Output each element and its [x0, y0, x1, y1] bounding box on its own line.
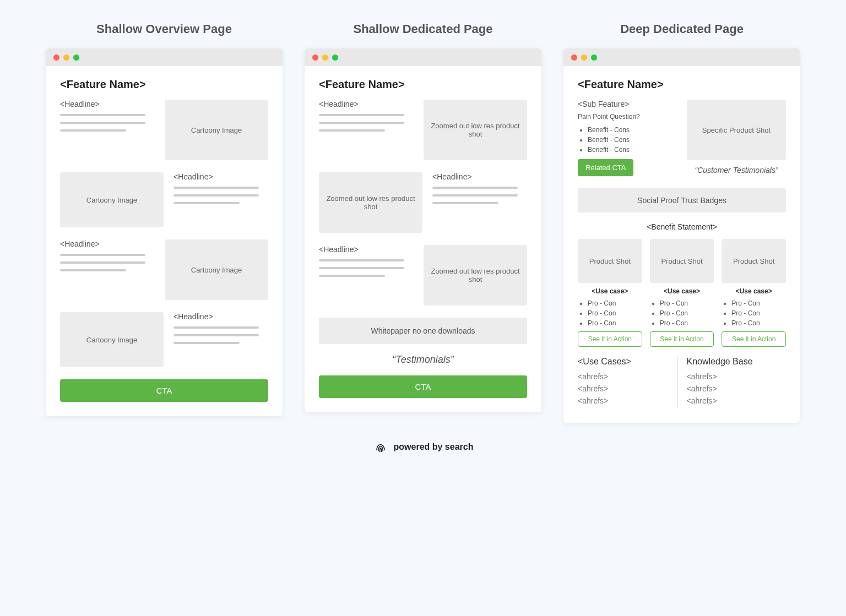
text-block: <Headline>: [319, 100, 414, 137]
bottom-links: <Use Cases> <ahrefs> <ahrefs> <ahrefs> K…: [578, 357, 786, 408]
image-placeholder: Cartoony Image: [60, 172, 164, 227]
fingerprint-icon: [373, 439, 388, 455]
link-item[interactable]: <ahrefs>: [687, 384, 781, 393]
pro-con-item: Pro - Con: [588, 299, 642, 307]
text-line: [432, 187, 518, 189]
maximize-icon: [332, 54, 338, 61]
image-placeholder: Cartoony Image: [60, 312, 164, 367]
text-block: <Headline>: [173, 312, 268, 350]
headline: <Headline>: [319, 245, 414, 254]
pro-con-item: Pro - Con: [660, 299, 714, 307]
feature-row: Zoomed out low res product shot <Headlin…: [319, 172, 527, 233]
hero-row: <Sub Feature> Pain Point Question? Benef…: [578, 100, 786, 176]
pro-con-item: Pro - Con: [660, 319, 714, 327]
window-body: <Feature Name> <Headline> Zoomed out low…: [305, 66, 541, 412]
col-title: Deep Dedicated Page: [563, 22, 800, 36]
link-item[interactable]: <ahrefs>: [578, 396, 672, 405]
text-line: [432, 194, 518, 197]
headline: <Headline>: [60, 239, 155, 248]
see-action-button[interactable]: See it in Action: [650, 331, 714, 347]
text-line: [319, 259, 404, 261]
text-line: [319, 129, 385, 132]
use-case-label: <Use case>: [578, 287, 642, 295]
headline: <Headline>: [173, 172, 268, 181]
col-title: Shallow Overview Page: [46, 22, 283, 36]
use-cases-title: <Use Cases>: [578, 357, 672, 367]
feature-row: <Headline> Cartoony Image: [60, 100, 268, 160]
text-block: <Headline>: [173, 172, 268, 210]
pain-point: Pain Point Question?: [578, 113, 677, 121]
product-card: Product Shot <Use case> Pro - Con Pro - …: [722, 239, 786, 347]
use-case-label: <Use case>: [650, 287, 714, 295]
pro-con-list: Pro - Con Pro - Con Pro - Con: [650, 299, 714, 327]
hero-text: <Sub Feature> Pain Point Question? Benef…: [578, 100, 677, 176]
text-line: [173, 202, 240, 204]
benefit-item: Benefit - Cons: [588, 126, 677, 134]
text-block: <Headline>: [319, 245, 414, 282]
text-line: [319, 267, 404, 269]
text-line: [60, 269, 126, 271]
pro-con-item: Pro - Con: [660, 309, 714, 317]
text-line: [319, 275, 385, 277]
text-line: [60, 114, 145, 116]
feature-name: <Feature Name>: [60, 78, 268, 91]
pro-con-item: Pro - Con: [731, 309, 786, 317]
link-item[interactable]: <ahrefs>: [578, 372, 672, 381]
product-shot: Product Shot: [650, 239, 714, 283]
text-line: [60, 129, 126, 132]
image-placeholder: Zoomed out low res product shot: [319, 172, 422, 233]
window-body: <Feature Name> <Sub Feature> Pain Point …: [563, 66, 800, 423]
minimize-icon: [63, 54, 69, 61]
pro-con-item: Pro - Con: [588, 319, 642, 327]
text-line: [432, 202, 498, 204]
text-block: <Headline>: [60, 100, 155, 137]
benefit-item: Benefit - Cons: [588, 146, 677, 154]
product-shot: Product Shot: [722, 239, 786, 283]
product-cards: Product Shot <Use case> Pro - Con Pro - …: [578, 239, 786, 347]
image-placeholder: Cartoony Image: [165, 100, 268, 160]
feature-row: Cartoony Image <Headline>: [60, 312, 268, 367]
use-cases-col: <Use Cases> <ahrefs> <ahrefs> <ahrefs>: [578, 357, 678, 408]
close-icon: [312, 54, 318, 61]
headline: <Headline>: [432, 172, 527, 181]
hero-image-col: Specific Product Shot “Customer Testimon…: [687, 100, 786, 175]
maximize-icon: [591, 54, 597, 61]
feature-name: <Feature Name>: [578, 78, 786, 91]
sub-feature: <Sub Feature>: [578, 100, 677, 108]
maximize-icon: [73, 54, 79, 61]
text-line: [173, 334, 259, 336]
trust-badges: Social Proof Trust Badges: [578, 188, 786, 212]
feature-row: <Headline> Cartoony Image: [60, 239, 268, 300]
see-action-button[interactable]: See it in Action: [722, 331, 786, 347]
link-item[interactable]: <ahrefs>: [687, 396, 781, 405]
image-placeholder: Zoomed out low res product shot: [424, 245, 527, 306]
col-title: Shallow Dedicated Page: [305, 22, 541, 36]
related-cta-button[interactable]: Related CTA: [578, 159, 633, 176]
col-shallow-overview: Shallow Overview Page <Feature Name> <He…: [46, 22, 283, 423]
link-item[interactable]: <ahrefs>: [578, 384, 672, 393]
text-line: [60, 254, 145, 256]
feature-row: <Headline> Zoomed out low res product sh…: [319, 245, 527, 306]
close-icon: [53, 54, 59, 61]
text-line: [60, 261, 145, 264]
cta-button[interactable]: CTA: [60, 379, 268, 402]
image-placeholder: Zoomed out low res product shot: [424, 100, 527, 160]
kb-title: Knowledge Base: [687, 357, 781, 367]
link-item[interactable]: <ahrefs>: [687, 372, 781, 381]
feature-row: Cartoony Image <Headline>: [60, 172, 268, 227]
cta-button[interactable]: CTA: [319, 375, 527, 398]
text-block: <Headline>: [60, 239, 155, 277]
pro-con-list: Pro - Con Pro - Con Pro - Con: [722, 299, 786, 327]
traffic-lights: [46, 48, 283, 66]
see-action-button[interactable]: See it in Action: [578, 331, 642, 347]
minimize-icon: [581, 54, 587, 61]
window-shallow-overview: <Feature Name> <Headline> Cartoony Image…: [46, 48, 283, 416]
headline: <Headline>: [319, 100, 414, 108]
footer-text: powered by search: [394, 442, 474, 452]
text-block: <Headline>: [432, 172, 527, 210]
col-deep-dedicated: Deep Dedicated Page <Feature Name> <Sub …: [563, 22, 800, 423]
benefit-statement: <Benefit Statement>: [578, 222, 786, 231]
text-line: [60, 122, 145, 124]
text-line: [173, 194, 259, 197]
feature-name: <Feature Name>: [319, 78, 527, 91]
